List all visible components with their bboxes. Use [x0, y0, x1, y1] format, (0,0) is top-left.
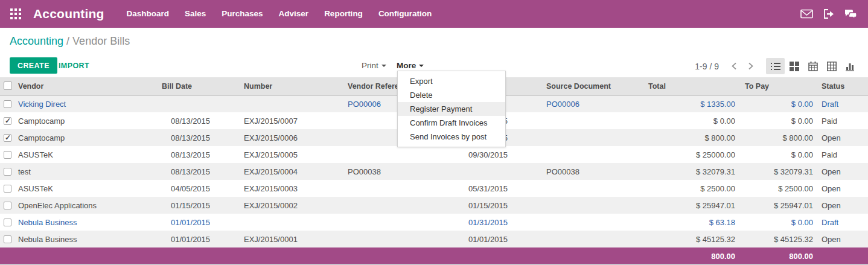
row-select-cell [0, 129, 16, 146]
cell-total: $ 25000.00 [646, 146, 740, 163]
nav-item-reporting[interactable]: Reporting [316, 0, 371, 28]
cell-source-document [513, 197, 646, 214]
print-dropdown-button[interactable]: Print [362, 61, 386, 70]
cell-source-document: PO00006 [513, 95, 646, 112]
kanban-view-button[interactable] [785, 58, 803, 74]
cell-total: $ 45125.32 [646, 231, 740, 247]
row-checkbox[interactable] [4, 235, 11, 243]
apps-grid-icon[interactable] [10, 8, 21, 19]
nav-item-sales[interactable]: Sales [177, 0, 214, 28]
row-checkbox[interactable] [4, 100, 11, 108]
column-header-status[interactable]: Status [819, 77, 868, 95]
pager-previous-button[interactable] [726, 60, 742, 72]
cell-total: $ 1335.00 [646, 95, 740, 112]
menu-item-register-payment[interactable]: Register Payment [398, 102, 505, 116]
table-row[interactable]: test08/13/2015EXJ/2015/0004PO00038PO0003… [0, 163, 868, 180]
row-select-cell [0, 180, 16, 197]
column-header-source-document[interactable]: Source Document [513, 77, 646, 95]
import-button[interactable]: IMPORT [59, 62, 89, 70]
row-checkbox[interactable] [4, 134, 11, 142]
cell-to-pay: $ 0.00 [740, 95, 819, 112]
cell-bill-date: 01/01/2015 [161, 231, 239, 247]
cell-source-document [513, 231, 646, 247]
page-title: Vendor Bills [72, 35, 130, 47]
pager-next-button[interactable] [742, 60, 759, 72]
row-select-cell [0, 197, 16, 214]
cell-vendor-reference [343, 197, 423, 214]
graph-view-icon [846, 62, 855, 71]
logout-icon[interactable] [823, 9, 834, 19]
row-checkbox[interactable] [4, 219, 11, 226]
cell-due-date [423, 163, 513, 180]
page: Accounting DashboardSalesPurchasesAdvise… [0, 0, 868, 265]
nav-item-dashboard[interactable]: Dashboard [119, 0, 177, 28]
cell-vendor-reference [343, 146, 423, 163]
cell-due-date: 05/31/2015 [423, 180, 513, 197]
menu-item-export[interactable]: Export [398, 74, 505, 88]
table-row[interactable]: Nebula Business01/01/201501/31/2015$ 63.… [0, 214, 868, 231]
column-header-number[interactable]: Number [239, 77, 343, 95]
pivot-view-icon [827, 62, 837, 71]
calendar-view-button[interactable] [803, 58, 822, 74]
breadcrumb-accounting[interactable]: Accounting [10, 35, 63, 47]
column-header-total[interactable]: Total [646, 77, 740, 95]
cell-bill-date: 08/13/2015 [161, 112, 239, 129]
menu-item-confirm-draft-invoices[interactable]: Confirm Draft Invoices [398, 116, 505, 130]
cell-due-date: 01/15/2015 [423, 197, 513, 214]
cell-to-pay: $ 32079.31 [740, 163, 819, 180]
cell-vendor: Camptocamp [16, 129, 161, 146]
cell-source-document [513, 129, 646, 146]
menu-item-delete[interactable]: Delete [398, 88, 505, 102]
cell-bill-date: 01/15/2015 [161, 197, 239, 214]
column-header-vendor[interactable]: Vendor [16, 77, 161, 95]
messages-envelope-icon[interactable] [800, 9, 813, 19]
cell-source-document [513, 112, 646, 129]
chat-icon[interactable] [844, 9, 857, 19]
breadcrumb-row: Accounting / Vendor Bills [0, 28, 868, 55]
row-checkbox[interactable] [4, 185, 11, 193]
table-row[interactable]: ASUSTeK08/13/2015EXJ/2015/000509/30/2015… [0, 146, 868, 163]
nav-item-purchases[interactable]: Purchases [214, 0, 270, 28]
row-select-cell [0, 112, 16, 129]
breadcrumb-separator: / [66, 35, 69, 47]
graph-view-button[interactable] [841, 58, 860, 74]
cell-number: EXJ/2015/0002 [239, 197, 343, 214]
cell-number: EXJ/2015/0004 [239, 163, 343, 180]
cell-vendor: ASUSTeK [16, 180, 161, 197]
more-dropdown-button[interactable]: More [397, 61, 424, 70]
table-row[interactable]: ASUSTeK04/05/2015EXJ/2015/000305/31/2015… [0, 180, 868, 197]
cell-total: $ 2500.00 [646, 180, 740, 197]
create-button[interactable]: CREATE [10, 57, 57, 74]
pivot-view-button[interactable] [822, 58, 841, 74]
row-checkbox[interactable] [4, 202, 11, 209]
cell-status: Open [819, 231, 868, 247]
pager-and-views: 1-9 / 9 [695, 55, 860, 77]
print-label: Print [362, 61, 378, 70]
row-select-cell [0, 231, 16, 247]
cell-source-document [513, 214, 646, 231]
select-all-checkbox[interactable] [4, 81, 12, 90]
cell-to-pay: $ 25947.01 [740, 197, 819, 214]
row-checkbox[interactable] [4, 151, 11, 159]
app-title[interactable]: Accounting [33, 7, 104, 21]
row-checkbox[interactable] [4, 117, 11, 125]
row-select-cell [0, 95, 16, 112]
row-checkbox[interactable] [4, 168, 11, 176]
list-view-button[interactable] [766, 58, 785, 74]
nav-item-configuration[interactable]: Configuration [371, 0, 439, 28]
row-select-cell [0, 146, 16, 163]
column-header-bill-date[interactable]: Bill Date [161, 77, 239, 95]
cell-to-pay: $ 45125.32 [740, 231, 819, 247]
cell-status: Draft [819, 214, 868, 231]
column-header-to-pay[interactable]: To Pay [740, 77, 819, 95]
menu-item-send-invoices-by-post[interactable]: Send Invoices by post [398, 130, 505, 144]
breadcrumb: Accounting / Vendor Bills [10, 35, 130, 48]
list-view-icon [771, 62, 780, 71]
cell-due-date: 01/31/2015 [423, 214, 513, 231]
table-row[interactable]: OpenElec Applications01/15/2015EXJ/2015/… [0, 197, 868, 214]
cell-to-pay: $ 0.00 [740, 214, 819, 231]
cell-status: Paid [819, 112, 868, 129]
table-row[interactable]: Nebula Business01/01/2015EXJ/2015/000101… [0, 231, 868, 247]
nav-item-adviser[interactable]: Adviser [271, 0, 317, 28]
cell-number: EXJ/2015/0007 [239, 112, 343, 129]
